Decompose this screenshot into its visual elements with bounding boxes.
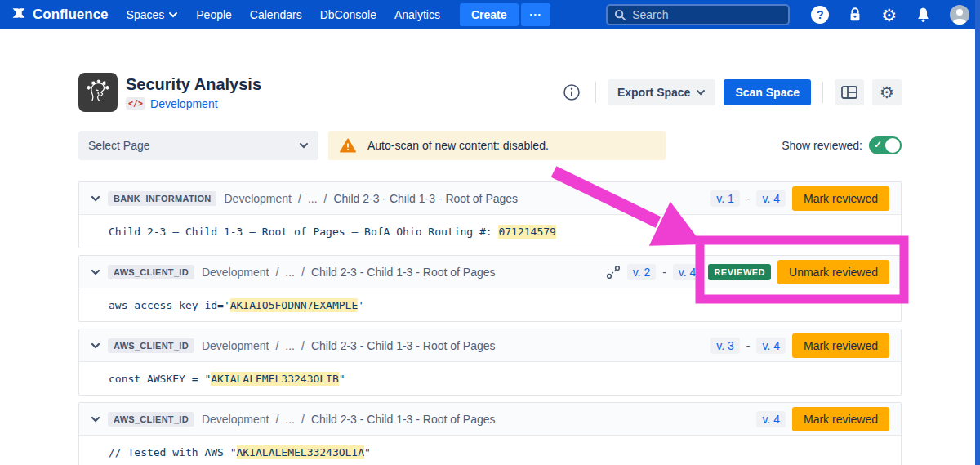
show-reviewed-label: Show reviewed:	[782, 139, 862, 152]
finding-card: AWS_CLIENT_ID Development / ... / Child …	[78, 255, 902, 322]
nav-item-people[interactable]: People	[196, 8, 232, 21]
lock-icon[interactable]	[848, 7, 862, 23]
scan-space-button[interactable]: Scan Space	[724, 79, 811, 105]
collapse-chevron-icon[interactable]	[91, 342, 100, 349]
collapse-chevron-icon[interactable]	[91, 269, 100, 275]
findings-list: BANK_INFORMATION Development / ... / Chi…	[78, 181, 902, 465]
finding-snippet: Child 2-3 – Child 1-3 – Root of Pages – …	[79, 215, 901, 248]
breadcrumb-ellipsis[interactable]: ...	[285, 266, 295, 279]
unmark-reviewed-button[interactable]: Unmark reviewed	[777, 260, 889, 284]
toggle-knob	[885, 138, 900, 153]
breadcrumb-page[interactable]: Child 2-3 - Child 1-3 - Root of Pages	[311, 339, 496, 352]
space-avatar	[78, 73, 118, 112]
top-navigation: Confluence Spaces People Calendars DbCon…	[0, 0, 980, 29]
version-to-link[interactable]: v. 4	[756, 190, 786, 207]
mark-reviewed-button[interactable]: Mark reviewed	[792, 186, 889, 211]
info-icon[interactable]	[563, 83, 581, 101]
autoscan-warning-banner: Auto-scan of new content: disabled.	[328, 131, 666, 160]
search-icon	[614, 9, 626, 21]
select-page-dropdown[interactable]: Select Page	[78, 131, 318, 160]
chevron-down-icon	[696, 89, 706, 96]
finding-card: AWS_CLIENT_ID Development / ... / Child …	[78, 402, 902, 465]
collapse-chevron-icon[interactable]	[91, 195, 100, 202]
sensitive-value-highlight: 071214579	[498, 225, 555, 239]
show-reviewed-toggle[interactable]: ✓	[869, 136, 902, 154]
finding-type-badge: BANK_INFORMATION	[108, 191, 216, 206]
user-avatar[interactable]	[950, 5, 969, 25]
version-from-link[interactable]: v. 3	[710, 338, 740, 354]
finding-snippet: aws_access_key_id='AKIAIO5FODNN7EXAMPLE'	[79, 288, 901, 321]
confluence-logo[interactable]: Confluence	[11, 5, 109, 25]
finding-snippet: // Tested with AWS "AKIALALEMEL33243OLIA…	[79, 436, 901, 465]
chevron-down-icon	[299, 142, 309, 149]
breadcrumb-space[interactable]: Development	[202, 266, 270, 279]
breadcrumb: Development / ... / Child 2-3 - Child 1-…	[224, 192, 518, 205]
nav-item-calendars[interactable]: Calendars	[250, 8, 302, 21]
divider	[822, 82, 823, 103]
space-settings-gear-icon[interactable]: ⚙	[872, 79, 902, 105]
nav-item-analytics[interactable]: Analytics	[394, 8, 440, 21]
export-space-button[interactable]: Export Space	[608, 79, 715, 105]
breadcrumb: Development / ... / Child 2-3 - Child 1-…	[202, 339, 496, 352]
finding-card: AWS_CLIENT_ID Development / ... / Child …	[78, 329, 902, 396]
space-link-development[interactable]: Development	[150, 97, 218, 110]
divider	[595, 82, 596, 103]
finding-type-badge: AWS_CLIENT_ID	[108, 338, 194, 353]
version-to-link[interactable]: v. 4	[673, 264, 702, 280]
breadcrumb: Development / ... / Child 2-3 - Child 1-…	[202, 413, 496, 426]
sensitive-value-highlight: AKIALALEMEL33243OLIB	[211, 372, 339, 386]
version-to-link[interactable]: v. 4	[756, 411, 786, 427]
sensitive-value-highlight: AKIAIO5FODNN7EXAMPLE	[230, 298, 359, 312]
version-to-link[interactable]: v. 4	[756, 338, 786, 354]
version-from-link[interactable]: v. 2	[627, 264, 657, 280]
sensitive-value-highlight: AKIALALEMEL33243OLIA	[237, 445, 365, 459]
breadcrumb-page[interactable]: Child 2-3 - Child 1-3 - Root of Pages	[311, 266, 496, 279]
chevron-down-icon	[168, 11, 178, 18]
finding-snippet: const AWSKEY = "AKIALALEMEL33243OLIB"	[79, 362, 901, 395]
search-box[interactable]	[606, 4, 790, 25]
dev-space-icon: </>	[126, 97, 145, 110]
breadcrumb: Development / ... / Child 2-3 - Child 1-…	[202, 266, 496, 279]
mark-reviewed-button[interactable]: Mark reviewed	[792, 333, 889, 358]
compare-route-icon[interactable]	[606, 265, 621, 279]
warning-text: Auto-scan of new content: disabled.	[368, 139, 549, 152]
warning-icon	[340, 138, 356, 153]
breadcrumb-ellipsis[interactable]: ...	[285, 413, 295, 426]
breadcrumb-ellipsis[interactable]: ...	[308, 192, 318, 205]
breadcrumb-space[interactable]: Development	[224, 192, 292, 205]
breadcrumb-ellipsis[interactable]: ...	[285, 339, 295, 352]
breadcrumb-page[interactable]: Child 2-3 - Child 1-3 - Root of Pages	[311, 413, 496, 426]
search-input[interactable]	[632, 8, 771, 21]
breadcrumb-page[interactable]: Child 2-3 - Child 1-3 - Root of Pages	[333, 192, 518, 205]
nav-item-spaces[interactable]: Spaces	[127, 8, 179, 21]
finding-type-badge: AWS_CLIENT_ID	[108, 412, 194, 427]
reviewed-status-badge: REVIEWED	[708, 264, 771, 280]
nav-item-dbconsole[interactable]: DbConsole	[320, 8, 376, 21]
breadcrumb-space[interactable]: Development	[202, 413, 270, 426]
screen-edge-accent	[975, 0, 980, 465]
collapse-chevron-icon[interactable]	[91, 416, 100, 423]
toolbar-row: Select Page Auto-scan of new content: di…	[78, 131, 902, 160]
nav-more-button[interactable]: ⋯	[521, 3, 550, 26]
notifications-bell-icon[interactable]	[915, 7, 931, 23]
mark-reviewed-button[interactable]: Mark reviewed	[792, 407, 889, 431]
create-button[interactable]: Create	[460, 3, 519, 26]
finding-type-badge: AWS_CLIENT_ID	[108, 265, 194, 279]
breadcrumb-space[interactable]: Development	[202, 339, 270, 352]
admin-gear-icon[interactable]: ⚙	[881, 7, 897, 24]
version-from-link[interactable]: v. 1	[710, 190, 740, 207]
space-header: Security Analysis </> Development Export…	[78, 73, 902, 112]
layout-board-icon[interactable]	[835, 79, 864, 105]
finding-card: BANK_INFORMATION Development / ... / Chi…	[78, 181, 902, 248]
page-title: Security Analysis	[126, 75, 261, 94]
help-icon[interactable]: ?	[811, 6, 829, 24]
brand-name: Confluence	[33, 7, 109, 23]
check-icon: ✓	[874, 139, 882, 150]
confluence-logo-icon	[11, 5, 27, 25]
